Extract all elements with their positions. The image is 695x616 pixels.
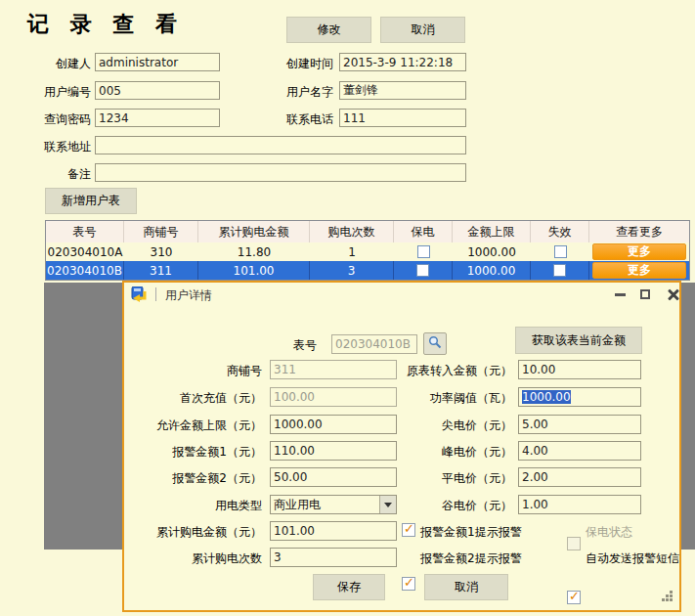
- created-time-input[interactable]: [339, 53, 466, 71]
- invalid-checkbox[interactable]: [553, 264, 566, 277]
- cell-total-amount: 101.00: [198, 261, 310, 280]
- electricity-type-value: 商业用电: [271, 497, 379, 513]
- user-no-label: 用户编号: [18, 84, 91, 101]
- protect-status-label: 保电状态: [586, 524, 632, 541]
- page-title: 记 录 查 看: [27, 10, 184, 39]
- dialog-title: 用户详情: [165, 287, 212, 304]
- dlg-total-amount-input[interactable]: [270, 521, 397, 541]
- cell-shop-no: 310: [124, 242, 198, 261]
- col-header-total-amount: 累计购电金额: [198, 221, 310, 242]
- col-header-view-more: 查看更多: [589, 221, 689, 242]
- search-icon: [428, 335, 442, 349]
- user-details-dialog: 用户详情 表号 获取该表当前金额 商铺号 首次充值（元） 允许金额上限（元） 报…: [122, 281, 681, 612]
- auto-sms-checkbox[interactable]: [567, 591, 581, 604]
- resize-grip[interactable]: [662, 591, 673, 602]
- remark-input[interactable]: [95, 163, 466, 182]
- alarm1-notify-checkbox[interactable]: [402, 523, 415, 537]
- cancel-button[interactable]: 取消: [380, 17, 465, 43]
- user-name-label: 用户名字: [260, 84, 333, 101]
- protect-status-checkbox[interactable]: [567, 537, 581, 550]
- maximize-icon[interactable]: [640, 289, 650, 299]
- col-header-count: 购电次数: [310, 221, 394, 242]
- query-password-input[interactable]: [95, 109, 220, 127]
- flat-price-input[interactable]: [518, 467, 641, 487]
- peak-price-input[interactable]: [518, 441, 641, 461]
- invalid-checkbox[interactable]: [554, 245, 567, 258]
- sharp-price-label: 尖电价（元）: [378, 418, 512, 434]
- allow-limit-label: 允许金额上限（元）: [134, 418, 262, 434]
- dialog-titlebar[interactable]: 用户详情: [124, 283, 679, 306]
- selected-text: 1000.00: [522, 390, 571, 404]
- phone-input[interactable]: [339, 109, 466, 127]
- meter-table: 表号 商铺号 累计购电金额 购电次数 保电 金额上限 失效 查看更多 02030…: [45, 220, 690, 281]
- phone-label: 联系电话: [260, 111, 333, 128]
- cell-total-amount: 11.80: [198, 242, 310, 261]
- electricity-type-label: 用电类型: [134, 498, 262, 514]
- cell-limit: 1000.00: [453, 242, 531, 261]
- power-threshold-input[interactable]: 1000.00: [518, 387, 641, 407]
- dialog-cancel-button[interactable]: 取消: [424, 574, 508, 600]
- sharp-price-input[interactable]: [518, 415, 641, 434]
- power-threshold-label: 功率阈值（瓦）: [378, 390, 512, 407]
- col-header-shop-no: 商铺号: [124, 221, 198, 242]
- modify-button[interactable]: 修改: [286, 17, 371, 43]
- purchase-count-label: 累计购电次数: [134, 550, 262, 567]
- cell-meter-no: 020304010B: [46, 261, 124, 280]
- search-meter-button[interactable]: [423, 332, 447, 355]
- col-header-limit: 金额上限: [453, 221, 531, 242]
- user-no-input[interactable]: [95, 81, 220, 100]
- transfer-amount-input[interactable]: [518, 360, 641, 379]
- table-row[interactable]: 020304010A 310 11.80 1 1000.00 更多: [46, 242, 689, 261]
- cell-count: 3: [310, 261, 394, 280]
- dlg-meter-no-input[interactable]: [331, 334, 417, 354]
- get-current-amount-button[interactable]: 获取该表当前金额: [515, 327, 642, 354]
- cell-limit: 1000.00: [453, 261, 531, 280]
- dlg-shop-no-label: 商铺号: [134, 363, 262, 379]
- cell-shop-no: 311: [124, 261, 198, 280]
- alarm2-notify-label: 报警金额2提示报警: [420, 550, 522, 567]
- form-icon: [131, 286, 148, 303]
- user-name-input[interactable]: [339, 81, 466, 100]
- valley-price-label: 谷电价（元）: [378, 498, 512, 514]
- alarm2-label: 报警金额2（元）: [134, 470, 262, 487]
- titlebar-divider: [155, 287, 156, 301]
- cell-meter-no: 020304010A: [46, 242, 124, 261]
- protect-checkbox[interactable]: [417, 245, 430, 258]
- close-icon[interactable]: [668, 288, 679, 300]
- valley-price-input[interactable]: [518, 495, 641, 514]
- peak-price-label: 峰电价（元）: [378, 444, 512, 461]
- dlg-meter-no-label: 表号: [219, 337, 317, 354]
- meter-table-header: 表号 商铺号 累计购电金额 购电次数 保电 金额上限 失效 查看更多: [46, 221, 689, 242]
- address-input[interactable]: [95, 136, 466, 154]
- address-label: 联系地址: [18, 139, 91, 155]
- more-button[interactable]: 更多: [592, 243, 686, 260]
- auto-sms-label: 自动发送报警短信: [586, 550, 679, 567]
- more-button[interactable]: 更多: [592, 262, 686, 279]
- created-time-label: 创建时间: [260, 56, 333, 72]
- flat-price-label: 平电价（元）: [378, 470, 512, 487]
- query-password-label: 查询密码: [18, 111, 91, 128]
- col-header-meter-no: 表号: [46, 221, 124, 242]
- col-header-invalid: 失效: [531, 221, 589, 242]
- purchase-count-input[interactable]: [270, 548, 397, 567]
- add-user-table-button[interactable]: 新增用户表: [45, 188, 137, 214]
- first-charge-label: 首次充值（元）: [134, 390, 262, 407]
- alarm1-label: 报警金额1（元）: [134, 444, 262, 461]
- remark-label: 备注: [18, 166, 91, 183]
- minimize-icon[interactable]: [615, 293, 626, 296]
- table-row-selected[interactable]: 020304010B 311 101.00 3 1000.00 更多: [46, 261, 689, 280]
- save-button[interactable]: 保存: [313, 574, 385, 600]
- transfer-amount-label: 原表转入金额（元）: [378, 363, 512, 379]
- col-header-protect: 保电: [394, 221, 453, 242]
- cell-count: 1: [310, 242, 394, 261]
- creator-input[interactable]: [95, 53, 220, 71]
- record-view-window: 记 录 查 看 修改 取消 创建人 创建时间 用户编号 用户名字 查询密码 联系…: [0, 0, 695, 616]
- protect-checkbox[interactable]: [416, 264, 429, 277]
- creator-label: 创建人: [18, 56, 91, 72]
- dlg-total-amount-label: 累计购电金额（元）: [134, 524, 262, 541]
- alarm2-notify-checkbox[interactable]: [402, 577, 415, 591]
- alarm1-notify-label: 报警金额1提示报警: [420, 524, 522, 541]
